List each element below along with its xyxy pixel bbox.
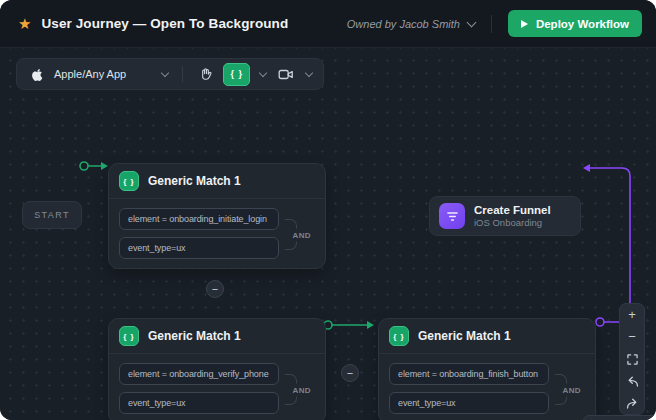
- node-header: { } Generic Match 1: [109, 164, 325, 199]
- operator-label: AND: [561, 383, 582, 396]
- header-divider: [491, 15, 492, 33]
- code-match-tool-button[interactable]: { }: [223, 63, 250, 86]
- zoom-out-button[interactable]: −: [623, 330, 641, 344]
- toolbar-divider: [182, 66, 183, 82]
- play-icon: [521, 20, 528, 28]
- edge-arrow-icon: [367, 321, 374, 329]
- node-header: { } Generic Match 1: [109, 319, 325, 354]
- code-braces-icon: { }: [119, 171, 139, 191]
- apple-icon: [26, 64, 46, 84]
- and-bracket: AND: [555, 374, 567, 405]
- video-tool-chevron-down-icon[interactable]: [305, 69, 313, 77]
- owner-label[interactable]: Owned by Jacob Smith: [347, 18, 460, 30]
- start-node-label: START: [34, 210, 70, 220]
- redo-button[interactable]: [623, 396, 641, 410]
- node-generic-match-1[interactable]: { } Generic Match 1 element = onboarding…: [108, 163, 326, 269]
- canvas-toolbar: Apple/Any App { }: [16, 58, 324, 90]
- edge-remove-button[interactable]: −: [341, 364, 359, 382]
- owner-chevron-down-icon[interactable]: [466, 17, 476, 27]
- undo-button[interactable]: [623, 374, 641, 388]
- code-braces-icon: { }: [119, 326, 139, 346]
- operator-label: AND: [291, 228, 312, 241]
- and-bracket: AND: [285, 219, 297, 250]
- deploy-workflow-button[interactable]: Deploy Workflow: [508, 10, 642, 37]
- node-generic-match-2[interactable]: { } Generic Match 1 element = onboarding…: [108, 318, 326, 420]
- node-create-funnel[interactable]: Create Funnel iOS Onboarding: [429, 196, 581, 236]
- funnel-icon: [439, 203, 465, 229]
- match3-output-port[interactable]: [596, 318, 604, 326]
- deploy-workflow-label: Deploy Workflow: [536, 18, 629, 30]
- app-selector[interactable]: Apple/Any App: [54, 68, 126, 80]
- edge-match3-to-funnel: [590, 168, 630, 322]
- edge-arrow-icon: [583, 164, 590, 172]
- start-output-port[interactable]: [80, 162, 88, 170]
- code-braces-icon: { }: [389, 326, 409, 346]
- video-camera-tool-button[interactable]: [276, 64, 296, 84]
- edge-remove-button[interactable]: −: [206, 280, 224, 298]
- edge-arrow-icon: [101, 162, 108, 170]
- minimap[interactable]: [583, 415, 656, 420]
- condition-pill[interactable]: element = onboarding_verify_phone: [119, 363, 279, 385]
- condition-pill[interactable]: event_type=ux: [389, 392, 549, 414]
- node-body: element = onboarding_finish_button event…: [379, 354, 595, 420]
- page-title: User Journey — Open To Background: [41, 16, 288, 31]
- header-bar: ★ User Journey — Open To Background Owne…: [0, 0, 656, 48]
- zoom-in-button[interactable]: +: [623, 308, 641, 322]
- node-header: { } Generic Match 1: [379, 319, 595, 354]
- fit-view-button[interactable]: [623, 352, 641, 366]
- code-tool-chevron-down-icon[interactable]: [259, 69, 267, 77]
- node-body: element = onboarding_initiate_login even…: [109, 199, 325, 268]
- condition-pill[interactable]: event_type=ux: [119, 237, 279, 259]
- node-subtitle: iOS Onboarding: [474, 217, 551, 228]
- node-body: element = onboarding_verify_phone event_…: [109, 354, 325, 420]
- node-title: Generic Match 1: [148, 329, 241, 343]
- condition-pill[interactable]: element = onboarding_initiate_login: [119, 208, 279, 230]
- node-generic-match-3[interactable]: { } Generic Match 1 element = onboarding…: [378, 318, 596, 420]
- canvas-controls-panel: + −: [619, 303, 645, 415]
- pan-hand-tool-button[interactable]: [195, 64, 215, 84]
- node-title: Generic Match 1: [148, 174, 241, 188]
- condition-pill[interactable]: element = onboarding_finish_button: [389, 363, 549, 385]
- node-title: Generic Match 1: [418, 329, 511, 343]
- app-selector-chevron-down-icon[interactable]: [161, 69, 169, 77]
- start-node[interactable]: START: [22, 201, 82, 229]
- and-bracket: AND: [285, 374, 297, 405]
- node-title: Create Funnel: [474, 204, 551, 217]
- favorite-star-icon[interactable]: ★: [18, 15, 31, 33]
- operator-label: AND: [291, 383, 312, 396]
- workflow-canvas[interactable]: Apple/Any App { } START: [0, 48, 656, 420]
- condition-pill[interactable]: event_type=ux: [119, 392, 279, 414]
- app-window: ★ User Journey — Open To Background Owne…: [0, 0, 656, 420]
